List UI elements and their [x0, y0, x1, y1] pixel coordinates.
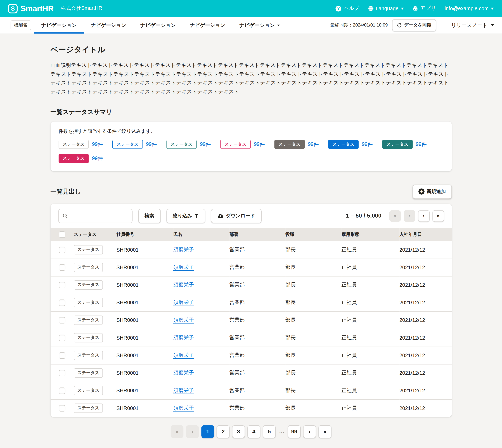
employee-name-link[interactable]: 須磨栄子 — [173, 299, 194, 305]
page-button[interactable]: 5 — [263, 425, 276, 438]
select-all-checkbox[interactable] — [59, 231, 65, 238]
status-count-link[interactable]: 99件 — [254, 141, 265, 148]
employee-name-link[interactable]: 須磨栄子 — [173, 264, 194, 270]
status-badge: ステータス — [74, 316, 103, 324]
list-table-card: 検索 絞り込み ダウンロード 1 – 50 / 5,000 — [50, 204, 452, 417]
sync-data-button[interactable]: データを同期 — [392, 19, 436, 31]
status-count-link[interactable]: 99件 — [362, 141, 372, 148]
pager-button[interactable]: » — [433, 210, 444, 222]
apps-label: アプリ — [420, 5, 436, 12]
cell-department: 営業部 — [229, 241, 285, 259]
release-notes-menu[interactable]: リリースノート — [447, 22, 502, 29]
status-badge: ステータス — [74, 333, 103, 342]
employee-name-link[interactable]: 須磨栄子 — [173, 247, 194, 252]
table-row: ステータス SHR0001 須磨栄子 営業部 部長 正社員 2021/12/12 — [50, 294, 452, 311]
page-button[interactable]: 4 — [247, 425, 260, 438]
plus-circle-icon — [418, 189, 424, 195]
cell-department: 営業部 — [229, 311, 285, 329]
row-checkbox[interactable] — [59, 352, 65, 359]
employee-name-link[interactable]: 須磨栄子 — [173, 282, 194, 287]
column-header: 部署 — [229, 228, 285, 241]
page-button[interactable]: » — [318, 425, 331, 438]
apps-menu[interactable]: アプリ — [413, 5, 436, 12]
cell-status: ステータス — [74, 364, 116, 382]
page-button[interactable]: › — [303, 425, 316, 438]
cell-employee-id: SHR0001 — [116, 347, 173, 364]
language-menu[interactable]: Language — [368, 6, 404, 11]
table-row: ステータス SHR0001 須磨栄子 営業部 部長 正社員 2021/12/12 — [50, 364, 452, 382]
table-row: ステータス SHR0001 須磨栄子 営業部 部長 正社員 2021/12/12 — [50, 347, 452, 364]
add-new-button[interactable]: 新規追加 — [413, 184, 452, 199]
page-button[interactable]: 1 — [201, 425, 214, 438]
cell-employee-id: SHR0001 — [116, 241, 173, 259]
pager-button[interactable]: › — [418, 210, 429, 222]
nav-item[interactable]: ナビゲーション — [84, 17, 133, 34]
help-icon: ? — [336, 6, 341, 11]
nav-item[interactable]: ナビゲーション — [34, 17, 84, 34]
page-button[interactable]: 2 — [217, 425, 230, 438]
cell-employment-type: 正社員 — [341, 329, 399, 347]
row-checkbox[interactable] — [59, 387, 65, 394]
filter-button[interactable]: 絞り込み — [166, 209, 205, 223]
nav-item[interactable]: ナビゲーション — [134, 17, 183, 34]
employee-name-link[interactable]: 須磨栄子 — [173, 317, 194, 322]
status-badge: ステータス — [58, 154, 89, 163]
page-button[interactable]: 99 — [288, 425, 301, 438]
status-count-link[interactable]: 99件 — [416, 141, 427, 148]
account-menu[interactable]: info@example.com — [445, 6, 494, 11]
help-menu[interactable]: ? ヘルプ — [336, 5, 359, 12]
column-header: 雇用形態 — [341, 228, 399, 241]
company-name: 株式会社SmartHR — [61, 5, 102, 12]
brand[interactable]: S SmartHR — [8, 4, 54, 14]
cell-name: 須磨栄子 — [173, 364, 229, 382]
status-count-link[interactable]: 99件 — [146, 141, 157, 148]
status-badge-list: ステータス 99件 ステータス 99件 ステータス 99件 ステータス — [58, 140, 444, 163]
nav-item[interactable]: ナビゲーション — [183, 17, 232, 34]
filter-label: 絞り込み — [173, 213, 192, 219]
cell-position: 部長 — [285, 382, 342, 399]
employee-name-link[interactable]: 須磨栄子 — [173, 405, 194, 411]
cell-hire-date: 2021/12/12 — [400, 347, 452, 364]
row-checkbox[interactable] — [59, 299, 65, 306]
search-button[interactable]: 検索 — [138, 209, 161, 223]
status-badge: ステータス — [74, 298, 103, 307]
page-button[interactable]: … — [278, 425, 285, 438]
status-badge: ステータス — [166, 140, 197, 149]
chevron-down-icon — [401, 8, 404, 10]
row-checkbox[interactable] — [59, 335, 65, 341]
cell-name: 須磨栄子 — [173, 276, 229, 294]
row-checkbox[interactable] — [59, 405, 65, 411]
nav-item[interactable]: ナビゲーション — [232, 17, 287, 34]
employee-name-link[interactable]: 須磨栄子 — [173, 388, 194, 393]
summary-heading: 一覧ステータスサマリ — [50, 108, 452, 116]
row-checkbox[interactable] — [59, 370, 65, 376]
cell-department: 営業部 — [229, 364, 285, 382]
status-count-link[interactable]: 99件 — [200, 141, 211, 148]
download-button[interactable]: ダウンロード — [211, 209, 262, 223]
pager-button[interactable]: « — [389, 210, 401, 222]
pager-button[interactable]: ‹ — [403, 210, 415, 222]
status-badge: ステータス — [74, 386, 103, 395]
status-count-link[interactable]: 99件 — [92, 155, 103, 162]
main-content: ページタイトル 画面説明テキストテキストテキストテキストテキストテキストテキスト… — [50, 45, 452, 438]
status-badge-group: ステータス 99件 — [112, 140, 157, 149]
row-checkbox[interactable] — [59, 264, 65, 271]
employee-name-link[interactable]: 須磨栄子 — [173, 335, 194, 340]
page-description: 画面説明テキストテキストテキストテキストテキストテキストテキストテキストテキスト… — [50, 61, 452, 96]
search-input[interactable] — [71, 213, 128, 219]
page-button[interactable]: « — [171, 425, 184, 438]
page-button[interactable]: ‹ — [186, 425, 199, 438]
row-checkbox[interactable] — [59, 282, 65, 288]
page-button[interactable]: 3 — [232, 425, 245, 438]
status-count-link[interactable]: 99件 — [92, 141, 103, 148]
employee-table: ステータス 社員番号 氏名 部署 役職 雇用形態 入社年月日 — [50, 228, 452, 417]
brand-name: SmartHR — [20, 4, 54, 13]
row-checkbox[interactable] — [59, 247, 65, 253]
cell-employee-id: SHR0001 — [116, 311, 173, 329]
cell-employee-id: SHR0001 — [116, 276, 173, 294]
row-checkbox[interactable] — [59, 317, 65, 323]
status-count-link[interactable]: 99件 — [308, 141, 318, 148]
employee-name-link[interactable]: 須磨栄子 — [173, 352, 194, 358]
status-badge-group: ステータス 99件 — [274, 140, 318, 149]
employee-name-link[interactable]: 須磨栄子 — [173, 370, 194, 375]
